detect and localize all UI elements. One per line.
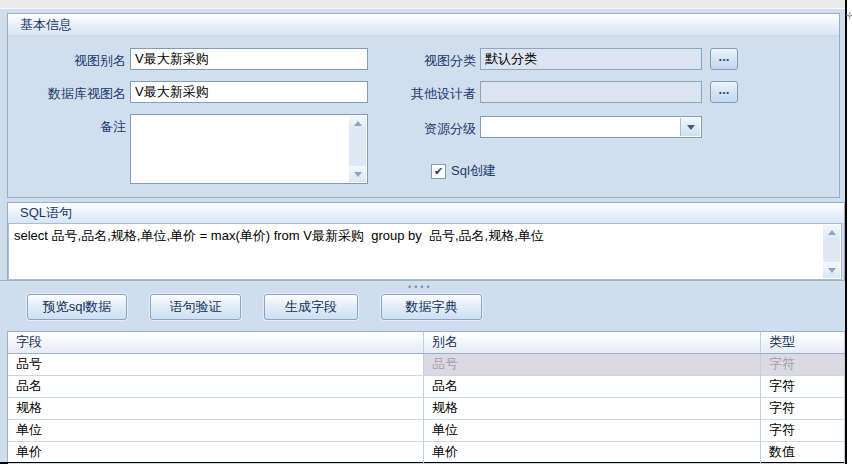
other-designer-input[interactable] [480,81,702,103]
scroll-down-icon[interactable] [823,262,840,278]
basic-info-group: 基本信息 视图别名 视图分类 ... 数据库视图名 其他设计者 ... 备注 资… [7,13,840,198]
designer-panel: 基本信息 视图别名 视图分类 ... 数据库视图名 其他设计者 ... 备注 资… [0,0,847,464]
basic-info-group-title: 基本信息 [20,17,72,32]
data-dictionary-button[interactable]: 数据字典 [381,294,482,320]
sql-statement-text: select 品号,品名,规格,单位,单价 = max(单价) from V最新… [14,227,819,245]
cell-field[interactable]: 单价 [8,442,424,463]
cell-field[interactable]: 品号 [8,354,424,375]
other-designer-browse-button[interactable]: ... [710,81,738,103]
cell-type[interactable]: 字符 [761,376,845,397]
sql-scrollbar[interactable] [823,225,840,278]
resize-cursor-icon: ✛ [846,12,852,21]
resource-level-select[interactable] [480,116,702,138]
cell-field[interactable]: 规格 [8,398,424,419]
validate-statement-button[interactable]: 语句验证 [150,294,241,320]
table-row[interactable]: 单位 单位 字符 [8,420,845,442]
cell-alias[interactable]: 规格 [424,398,761,419]
sql-create-checkbox-label: Sql创建 [451,162,496,180]
other-designer-label: 其他设计者 [396,85,476,103]
scroll-up-icon[interactable] [823,225,840,241]
scroll-down-icon[interactable] [349,166,366,182]
cell-type[interactable]: 数值 [761,442,845,463]
cell-field[interactable]: 单位 [8,420,424,441]
column-header-field[interactable]: 字段 [8,332,424,353]
fields-table: 字段 别名 类型 品号 品号 字符 品名 品名 字符 规格 规格 字符 [7,331,845,462]
cell-type[interactable]: 字符 [761,398,845,419]
cell-type[interactable]: 字符 [761,420,845,441]
table-row[interactable]: 品号 品号 字符 [8,354,845,376]
cell-type[interactable]: 字符 [761,354,845,375]
scroll-up-icon[interactable] [349,116,366,132]
remark-scrollbar[interactable] [349,116,366,182]
basic-info-group-header: 基本信息 [8,14,839,36]
remark-textarea[interactable] [130,114,368,184]
view-designer-screen: 基本信息 视图别名 视图分类 ... 数据库视图名 其他设计者 ... 备注 资… [0,0,852,469]
sql-create-checkbox[interactable]: ✔ [431,164,446,179]
splitter-dots-icon: •••• [408,282,433,292]
view-category-browse-button[interactable]: ... [710,48,738,70]
table-row[interactable]: 品名 品名 字符 [8,376,845,398]
cell-alias[interactable]: 单价 [424,442,761,463]
cell-field[interactable]: 品名 [8,376,424,397]
top-strip [0,0,845,9]
view-category-input[interactable] [480,48,702,70]
table-header-row: 字段 别名 类型 [8,331,845,354]
db-view-name-label: 数据库视图名 [26,85,126,103]
cell-alias[interactable]: 品名 [424,376,761,397]
cell-alias[interactable]: 品号 [424,354,761,375]
preview-sql-data-button[interactable]: 预览sql数据 [27,294,127,320]
sql-statement-textarea[interactable]: select 品号,品名,规格,单位,单价 = max(单价) from V最新… [8,223,842,280]
cell-alias[interactable]: 单位 [424,420,761,441]
resource-level-label: 资源分级 [396,120,476,138]
view-alias-input[interactable] [130,48,368,70]
column-header-alias[interactable]: 别名 [424,332,761,353]
view-category-label: 视图分类 [396,52,476,70]
splitter-handle[interactable]: •••• [0,280,845,292]
chevron-down-icon[interactable] [680,118,700,136]
view-alias-label: 视图别名 [36,52,126,70]
sql-group-header: SQL语句 [8,203,844,224]
table-body: 品号 品号 字符 品名 品名 字符 规格 规格 字符 单位 单位 字符 [8,354,845,464]
table-row[interactable]: 规格 规格 字符 [8,398,845,420]
remark-label: 备注 [36,118,126,136]
db-view-name-input[interactable] [130,81,368,103]
sql-statement-group: SQL语句 select 品号,品名,规格,单位,单价 = max(单价) fr… [7,202,845,282]
sql-group-title: SQL语句 [20,205,72,220]
generate-fields-button[interactable]: 生成字段 [264,294,358,320]
table-row[interactable]: 单价 单价 数值 [8,442,845,464]
column-header-type[interactable]: 类型 [761,332,845,353]
